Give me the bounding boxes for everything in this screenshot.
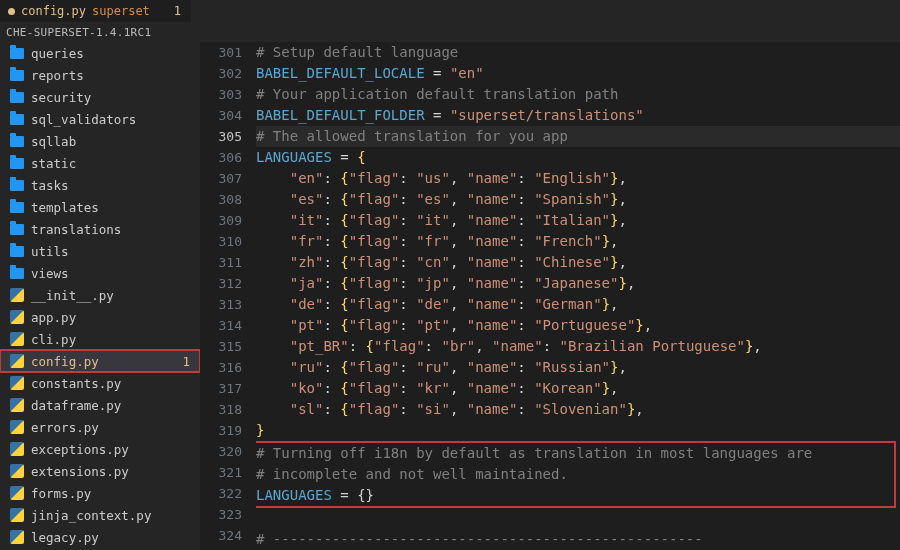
folder-tasks[interactable]: tasks xyxy=(0,174,200,196)
line-number: 311 xyxy=(200,252,242,273)
line-number: 306 xyxy=(200,147,242,168)
code-line[interactable]: "pt": {"flag": "pt", "name": "Portuguese… xyxy=(256,315,900,336)
file-app-py[interactable]: app.py xyxy=(0,306,200,328)
file-extensions-py[interactable]: extensions.py xyxy=(0,460,200,482)
line-number: 313 xyxy=(200,294,242,315)
explorer-item-label: views xyxy=(31,266,69,281)
line-number: 305 xyxy=(200,126,242,147)
code-line[interactable]: # Your application default translation p… xyxy=(256,84,900,105)
folder-utils[interactable]: utils xyxy=(0,240,200,262)
code-line[interactable]: # incomplete and not well maintained. xyxy=(256,464,894,485)
code-line[interactable]: "ru": {"flag": "ru", "name": "Russian"}, xyxy=(256,357,900,378)
code-line[interactable]: "de": {"flag": "de", "name": "German"}, xyxy=(256,294,900,315)
code-line[interactable]: # Turning off i18n by default as transla… xyxy=(256,443,894,464)
code-line[interactable]: "fr": {"flag": "fr", "name": "French"}, xyxy=(256,231,900,252)
folder-sqllab[interactable]: sqllab xyxy=(0,130,200,152)
file-jinja_context-py[interactable]: jinja_context.py xyxy=(0,504,200,526)
line-number: 317 xyxy=(200,378,242,399)
line-number: 301 xyxy=(200,42,242,63)
line-number: 314 xyxy=(200,315,242,336)
explorer-item-label: cli.py xyxy=(31,332,76,347)
project-root-label[interactable]: CHE-SUPERSET-1.4.1RC1 xyxy=(0,22,900,42)
explorer-item-label: app.py xyxy=(31,310,76,325)
folder-icon xyxy=(10,136,24,147)
explorer-item-label: errors.py xyxy=(31,420,99,435)
folder-translations[interactable]: translations xyxy=(0,218,200,240)
code-line[interactable]: "es": {"flag": "es", "name": "Spanish"}, xyxy=(256,189,900,210)
code-line[interactable]: "zh": {"flag": "cn", "name": "Chinese"}, xyxy=(256,252,900,273)
code-line[interactable]: "en": {"flag": "us", "name": "English"}, xyxy=(256,168,900,189)
line-number: 307 xyxy=(200,168,242,189)
file-dataframe-py[interactable]: dataframe.py xyxy=(0,394,200,416)
file-constants-py[interactable]: constants.py xyxy=(0,372,200,394)
tab-git-branch: superset xyxy=(92,4,150,18)
line-number: 304 xyxy=(200,105,242,126)
file-config-py[interactable]: config.py1 xyxy=(0,350,200,372)
file-legacy-py[interactable]: legacy.py xyxy=(0,526,200,548)
python-icon xyxy=(10,530,24,544)
code-line[interactable]: "pt_BR": {"flag": "br", "name": "Brazili… xyxy=(256,336,900,357)
folder-icon xyxy=(10,48,24,59)
file-__init__-py[interactable]: __init__.py xyxy=(0,284,200,306)
python-icon xyxy=(10,486,24,500)
folder-icon xyxy=(10,202,24,213)
code-line[interactable]: } xyxy=(256,420,900,441)
problems-badge: 1 xyxy=(182,354,190,369)
line-number: 310 xyxy=(200,231,242,252)
explorer-item-label: dataframe.py xyxy=(31,398,121,413)
code-area[interactable]: # Setup default languageBABEL_DEFAULT_LO… xyxy=(256,42,900,550)
editor-tab-config[interactable]: config.py superset 1 xyxy=(0,0,191,22)
folder-icon xyxy=(10,224,24,235)
file-explorer[interactable]: queriesreportssecuritysql_validatorssqll… xyxy=(0,42,200,550)
folder-icon xyxy=(10,92,24,103)
explorer-item-label: static xyxy=(31,156,76,171)
explorer-item-label: legacy.py xyxy=(31,530,99,545)
folder-icon xyxy=(10,70,24,81)
folder-reports[interactable]: reports xyxy=(0,64,200,86)
explorer-item-label: config.py xyxy=(31,354,99,369)
code-editor[interactable]: 3013023033043053063073083093103113123133… xyxy=(200,42,900,550)
python-icon xyxy=(10,508,24,522)
file-exceptions-py[interactable]: exceptions.py xyxy=(0,438,200,460)
line-number: 312 xyxy=(200,273,242,294)
code-line[interactable]: "it": {"flag": "it", "name": "Italian"}, xyxy=(256,210,900,231)
file-cli-py[interactable]: cli.py xyxy=(0,328,200,350)
explorer-item-label: sqllab xyxy=(31,134,76,149)
explorer-item-label: translations xyxy=(31,222,121,237)
code-line[interactable]: BABEL_DEFAULT_LOCALE = "en" xyxy=(256,63,900,84)
python-icon xyxy=(10,442,24,456)
tab-problems-badge: 1 xyxy=(156,4,181,18)
folder-views[interactable]: views xyxy=(0,262,200,284)
python-icon xyxy=(10,354,24,368)
python-icon xyxy=(10,310,24,324)
explorer-item-label: forms.py xyxy=(31,486,91,501)
line-number: 318 xyxy=(200,399,242,420)
python-icon xyxy=(10,398,24,412)
code-line[interactable]: "ja": {"flag": "jp", "name": "Japanese"}… xyxy=(256,273,900,294)
python-icon xyxy=(10,332,24,346)
tab-filename: config.py xyxy=(21,4,86,18)
folder-static[interactable]: static xyxy=(0,152,200,174)
code-line[interactable]: # Setup default language xyxy=(256,42,900,63)
explorer-item-label: constants.py xyxy=(31,376,121,391)
file-errors-py[interactable]: errors.py xyxy=(0,416,200,438)
code-line[interactable]: LANGUAGES = { xyxy=(256,147,900,168)
code-line[interactable] xyxy=(256,508,900,529)
folder-queries[interactable]: queries xyxy=(0,42,200,64)
folder-security[interactable]: security xyxy=(0,86,200,108)
folder-icon xyxy=(10,158,24,169)
python-icon xyxy=(10,420,24,434)
code-line[interactable]: # --------------------------------------… xyxy=(256,529,900,550)
explorer-item-label: templates xyxy=(31,200,99,215)
file-forms-py[interactable]: forms.py xyxy=(0,482,200,504)
code-line[interactable]: "sl": {"flag": "si", "name": "Slovenian"… xyxy=(256,399,900,420)
code-line[interactable]: BABEL_DEFAULT_FOLDER = "superset/transla… xyxy=(256,105,900,126)
line-number: 309 xyxy=(200,210,242,231)
code-line[interactable]: LANGUAGES = {} xyxy=(256,485,894,506)
line-number-gutter: 3013023033043053063073083093103113123133… xyxy=(200,42,256,550)
code-line[interactable]: "ko": {"flag": "kr", "name": "Korean"}, xyxy=(256,378,900,399)
code-line[interactable]: # The allowed translation for you app xyxy=(256,126,900,147)
line-number: 321 xyxy=(200,462,242,483)
folder-templates[interactable]: templates xyxy=(0,196,200,218)
folder-sql_validators[interactable]: sql_validators xyxy=(0,108,200,130)
